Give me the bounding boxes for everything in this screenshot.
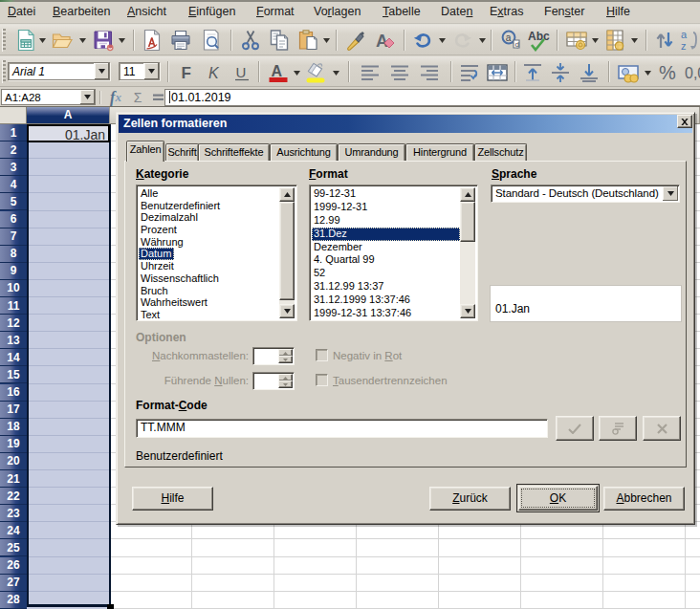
category-scrollbar[interactable] — [279, 187, 295, 318]
menu-datei[interactable]: Datei — [0, 2, 43, 22]
format-item[interactable]: 31.12.99 13:37 — [312, 280, 460, 294]
tab-ausrichtung[interactable]: Ausrichtung — [270, 143, 338, 161]
cut-icon[interactable] — [239, 29, 262, 52]
dropdown-arrow-icon[interactable] — [39, 38, 47, 44]
insert-row-icon[interactable] — [565, 29, 588, 52]
align-left-icon[interactable] — [359, 61, 382, 84]
fill-handle[interactable] — [107, 604, 114, 609]
name-box[interactable]: A1:A28 — [1, 89, 96, 105]
row-header-1[interactable]: 1 — [0, 124, 27, 141]
dropdown-arrow-icon[interactable] — [645, 71, 652, 76]
spin-down-button[interactable] — [278, 356, 293, 363]
toolbar-grip[interactable] — [2, 60, 6, 83]
category-item-dezimalzahl[interactable]: Dezimalzahl — [139, 211, 201, 224]
format-item[interactable]: 52 — [312, 267, 460, 280]
back-button[interactable]: Zurück — [429, 487, 511, 511]
format-scrollbar[interactable] — [460, 187, 475, 318]
negative-red-checkbox[interactable] — [316, 349, 328, 361]
format-item[interactable]: 12.99 — [312, 214, 460, 228]
category-item-prozent[interactable]: Prozent — [139, 224, 180, 236]
select-all-corner[interactable] — [0, 107, 27, 124]
clone-formatting-icon[interactable] — [344, 29, 367, 52]
active-cell-a1[interactable]: 01.Jan — [27, 124, 110, 142]
row-header-19[interactable]: 19 — [0, 436, 27, 453]
row-header-14[interactable]: 14 — [0, 349, 27, 366]
ok-button[interactable]: OK — [518, 486, 598, 511]
row-header-8[interactable]: 8 — [0, 246, 27, 263]
row-header-15[interactable]: 15 — [0, 366, 27, 383]
dropdown-arrow-icon[interactable] — [631, 38, 639, 44]
row-header-5[interactable]: 5 — [0, 193, 27, 210]
row-header-24[interactable]: 24 — [0, 522, 27, 539]
scrollbar-thumb[interactable] — [279, 202, 295, 300]
row-header-13[interactable]: 13 — [0, 332, 27, 349]
row-header-6[interactable]: 6 — [0, 211, 27, 228]
tab-schrifteffekte[interactable]: Schrifteffekte — [198, 143, 270, 161]
formula-input[interactable]: 01.01.2019 — [164, 89, 700, 106]
menu-daten[interactable]: Daten — [433, 2, 480, 22]
row-header-3[interactable]: 3 — [0, 159, 27, 176]
edit-comment-button[interactable] — [599, 416, 637, 441]
scrollbar-thumb[interactable] — [460, 202, 475, 242]
scroll-up-button[interactable] — [279, 187, 295, 202]
row-header-7[interactable]: 7 — [0, 228, 27, 246]
format-item[interactable]: 1999-12-31 13:37:46 — [312, 307, 460, 318]
tab-zellschutz[interactable]: Zellschutz — [474, 143, 527, 161]
delete-format-button[interactable] — [643, 416, 681, 441]
number-format-icon[interactable]: 0,0 — [685, 61, 700, 84]
dropdown-arrow-icon[interactable] — [79, 38, 87, 44]
wrap-text-icon[interactable] — [458, 61, 481, 84]
scroll-down-button[interactable] — [279, 304, 295, 318]
row-header-10[interactable]: 10 — [0, 280, 27, 297]
tab-zahlen[interactable]: Zahlen — [126, 141, 164, 162]
row-header-4[interactable]: 4 — [0, 176, 27, 193]
language-dropdown-button[interactable] — [663, 186, 678, 201]
spin-down-button[interactable] — [278, 381, 293, 388]
row-header-9[interactable]: 9 — [0, 263, 27, 280]
format-code-input[interactable]: TT.MMM — [136, 419, 548, 438]
category-item-wissenschaftlich[interactable]: Wissenschaftlich — [139, 272, 222, 285]
save-icon[interactable] — [92, 29, 115, 52]
category-item-datum[interactable]: Datum — [139, 248, 174, 260]
find-replace-icon[interactable]: ad — [499, 29, 522, 52]
category-item-alle[interactable]: Alle — [139, 187, 161, 200]
row-header-18[interactable]: 18 — [0, 419, 27, 436]
dropdown-arrow-icon[interactable] — [479, 38, 487, 44]
redo-icon[interactable] — [451, 29, 474, 52]
menu-bearbeiten[interactable]: Bearbeiten — [45, 2, 118, 22]
row-header-27[interactable]: 27 — [0, 575, 27, 592]
menu-einfgen[interactable]: Einfügen — [181, 2, 243, 22]
row-header-16[interactable]: 16 — [0, 384, 27, 402]
copy-icon[interactable] — [268, 29, 291, 52]
decimals-spinner[interactable] — [252, 347, 295, 365]
cancel-button[interactable]: Abbrechen — [603, 487, 685, 511]
sort-ascending-icon[interactable]: az — [680, 29, 700, 52]
column-header-a[interactable]: A — [27, 107, 110, 124]
dropdown-arrow-icon[interactable] — [439, 38, 447, 44]
format-item[interactable]: 1999-12-31 — [312, 201, 460, 214]
align-top-icon[interactable] — [521, 61, 544, 84]
category-item-währung[interactable]: Währung — [139, 236, 186, 249]
row-header-11[interactable]: 11 — [0, 297, 27, 315]
undo-icon[interactable] — [411, 29, 434, 52]
category-item-text[interactable]: Text — [139, 309, 163, 318]
tab-hintergrund[interactable]: Hintergrund — [405, 143, 474, 161]
dropdown-arrow-icon[interactable] — [119, 38, 126, 44]
toolbar-grip[interactable] — [2, 29, 6, 52]
row-header-17[interactable]: 17 — [0, 402, 27, 419]
paste-icon[interactable] — [296, 29, 319, 52]
scroll-up-button[interactable] — [460, 187, 475, 202]
row-header-23[interactable]: 23 — [0, 505, 27, 522]
dialog-titlebar[interactable]: Zellen formatieren — [119, 115, 692, 133]
dropdown-arrow-icon[interactable] — [323, 38, 331, 44]
scroll-down-button[interactable] — [460, 304, 475, 318]
format-item[interactable]: 99-12-31 — [312, 187, 460, 201]
category-item-benutzerdefiniert[interactable]: Benutzerdefiniert — [139, 200, 223, 212]
clear-formatting-icon[interactable]: A — [374, 29, 397, 52]
category-listbox[interactable]: AlleBenutzerdefiniertDezimalzahlProzentW… — [136, 185, 297, 321]
selected-column-a[interactable]: 01.Jan — [27, 124, 110, 609]
format-item[interactable]: 4. Quartal 99 — [312, 253, 460, 267]
new-document-icon[interactable] — [14, 29, 37, 52]
print-preview-icon[interactable] — [200, 29, 223, 52]
category-item-wahrheitswert[interactable]: Wahrheitswert — [139, 296, 210, 309]
